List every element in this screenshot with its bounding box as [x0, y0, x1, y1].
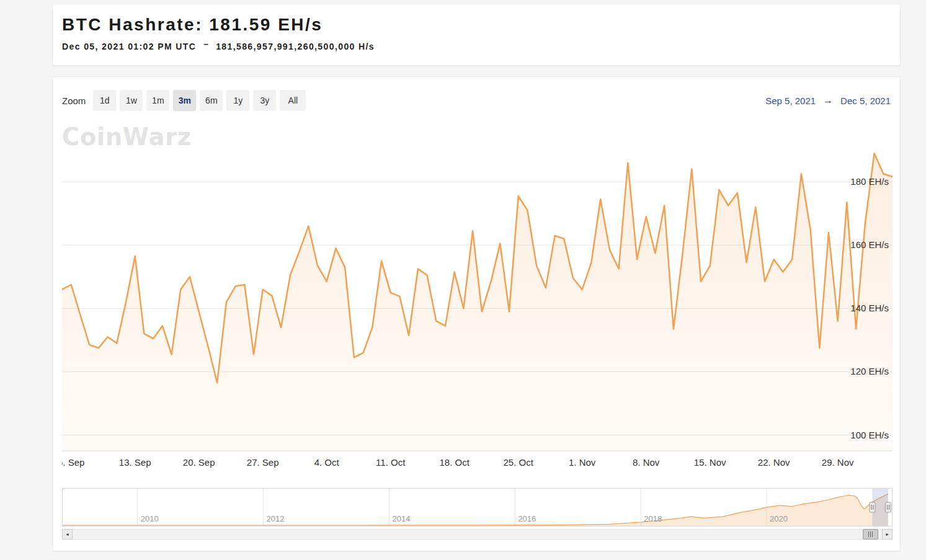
zoom-button-3m[interactable]: 3m — [173, 90, 196, 111]
chart-toolbar: Zoom 1d 1w 1m 3m 6m 1y 3y All Sep 5, 202… — [62, 90, 891, 111]
x-axis-label: 29. Nov — [822, 457, 854, 468]
scrollbar-thumb[interactable] — [863, 529, 878, 540]
range-arrow-icon: → — [823, 95, 833, 106]
x-axis-label: 15. Nov — [694, 457, 726, 468]
x-axis-label: 4. Oct — [314, 457, 340, 468]
y-axis-label: 140 EH/s — [850, 303, 889, 313]
navigator-year-label: 2014 — [393, 514, 411, 523]
zoom-button-1w[interactable]: 1w — [120, 90, 143, 111]
zoom-button-all[interactable]: All — [280, 90, 306, 111]
zoom-button-1d[interactable]: 1d — [93, 90, 116, 111]
scrollbar-right-arrow-icon[interactable]: ▸ — [882, 529, 893, 540]
navigator-year-label: 2018 — [644, 514, 662, 523]
page-title: BTC Hashrate: 181.59 EH/s — [62, 15, 890, 35]
scrollbar-grip-icon — [870, 531, 871, 537]
navigator-year-label: 2020 — [770, 514, 788, 523]
navigator-year-label: 2010 — [141, 514, 159, 523]
chart-card: Zoom 1d 1w 1m 3m 6m 1y 3y All Sep 5, 202… — [52, 76, 901, 551]
x-axis-label: 6. Sep — [62, 457, 84, 468]
navigator-handle-left[interactable] — [870, 502, 875, 512]
dash-separator: – — [203, 39, 208, 49]
page: BTC Hashrate: 181.59 EH/s Dec 05, 2021 0… — [0, 0, 926, 560]
navigator-year-label: 2016 — [518, 514, 536, 523]
zoom-button-1m[interactable]: 1m — [146, 90, 169, 111]
scrollbar[interactable]: ◂ ▸ — [62, 529, 893, 540]
zoom-button-1y[interactable]: 1y — [226, 90, 249, 111]
y-axis-label: 180 EH/s — [850, 176, 889, 187]
zoom-button-6m[interactable]: 6m — [200, 90, 223, 111]
zoom-button-3y[interactable]: 3y — [253, 90, 276, 111]
hashrate-full-value: 181,586,957,991,260,500,000 H/s — [216, 42, 375, 51]
x-axis-label: 20. Sep — [183, 457, 215, 468]
hashrate-area — [62, 153, 893, 451]
navigator-chart[interactable]: 201020122014201620182020 — [62, 488, 893, 527]
hashrate-chart[interactable]: 100 EH/s120 EH/s140 EH/s160 EH/s180 EH/s… — [62, 118, 893, 469]
header-subtitle: Dec 05, 2021 01:02 PM UTC – 181,586,957,… — [62, 42, 890, 51]
x-axis-label: 27. Sep — [247, 457, 279, 468]
navigator-handle-right[interactable] — [885, 502, 891, 512]
range-to-date[interactable]: Dec 5, 2021 — [840, 96, 891, 106]
zoom-label: Zoom — [62, 96, 86, 106]
timestamp: Dec 05, 2021 01:02 PM UTC — [62, 42, 196, 51]
y-axis-label: 100 EH/s — [850, 430, 889, 440]
x-axis-label: 13. Sep — [119, 457, 151, 468]
y-axis-label: 120 EH/s — [850, 366, 889, 376]
x-axis-label: 22. Nov — [758, 457, 790, 468]
range-from-date[interactable]: Sep 5, 2021 — [765, 96, 816, 106]
x-axis-label: 8. Nov — [633, 457, 660, 468]
x-axis-label: 11. Oct — [376, 457, 406, 468]
x-axis-label: 25. Oct — [504, 457, 534, 468]
scrollbar-left-arrow-icon[interactable]: ◂ — [62, 529, 73, 540]
navigator-area — [62, 494, 888, 526]
x-axis-label: 1. Nov — [569, 457, 596, 468]
y-axis-label: 160 EH/s — [850, 239, 889, 250]
navigator-year-label: 2012 — [267, 514, 285, 523]
x-axis-label: 18. Oct — [440, 457, 470, 468]
header-card: BTC Hashrate: 181.59 EH/s Dec 05, 2021 0… — [52, 4, 901, 66]
